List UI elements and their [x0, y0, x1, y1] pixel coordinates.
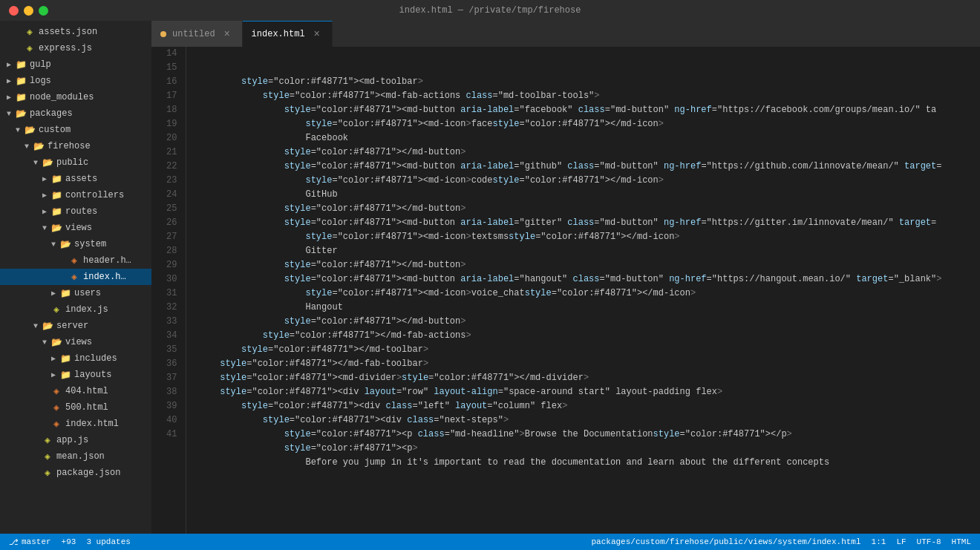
tree-arrow: ▼: [12, 126, 24, 134]
sidebar-item-index-html[interactable]: ◈index.h…: [0, 269, 151, 285]
sidebar-item-index-html2[interactable]: ◈index.html: [0, 416, 151, 432]
sidebar-item-label: firehose: [48, 141, 151, 151]
branch-name: master: [22, 537, 51, 546]
folder-closed-icon: 📁: [59, 353, 71, 364]
sidebar-item-label: mean.json: [56, 451, 151, 462]
folder-closed-icon: 📁: [50, 190, 62, 201]
sidebar-item-mean-json[interactable]: ◈mean.json: [0, 448, 151, 465]
folder-closed-icon: 📁: [50, 174, 62, 185]
sidebar-item-includes[interactable]: ▶📁includes: [0, 350, 151, 367]
code-line: style="color:#f48771"><div class="next-s…: [198, 413, 980, 428]
code-line: Before you jump in it's important to rea…: [198, 456, 980, 470]
sidebar-item-label: app.js: [56, 435, 151, 445]
code-line: style="color:#f48771"></md-button>: [198, 145, 980, 160]
tree-arrow: ▼: [30, 322, 42, 330]
sidebar-item-label: routes: [65, 206, 151, 217]
line-number: 31: [166, 287, 177, 301]
line-number: 15: [166, 61, 177, 75]
sidebar-item-users[interactable]: ▶📁users: [0, 285, 151, 301]
code-line: style="color:#f48771"><md-button aria-la…: [198, 272, 980, 287]
line-number: 20: [166, 131, 177, 145]
line-number: 25: [166, 202, 177, 216]
sidebar-item-label: system: [74, 239, 151, 249]
folder-open-icon: 📂: [15, 108, 27, 120]
code-line: style="color:#f48771"><md-button aria-la…: [198, 216, 980, 230]
sidebar-item-logs[interactable]: ▶📁logs: [0, 73, 151, 89]
line-number: 37: [166, 371, 177, 385]
sidebar-item-index-js[interactable]: ◈index.js: [0, 301, 151, 318]
sidebar-item-packages[interactable]: ▼📂packages: [0, 105, 151, 122]
folder-closed-icon: 📁: [15, 92, 27, 103]
folder-open-icon: 📂: [42, 157, 53, 168]
tab-modified-dot: [160, 31, 166, 37]
code-editor[interactable]: 1415161718192021222324252627282930313233…: [151, 47, 980, 534]
line-number: 21: [166, 145, 177, 160]
sidebar-item-label: gulp: [30, 59, 151, 70]
file-icon: ◈: [68, 255, 80, 266]
file-icon: ◈: [24, 26, 36, 38]
tab-untitled[interactable]: untitled×: [151, 21, 243, 47]
code-line: style="color:#f48771"><md-toolbar>: [198, 75, 980, 89]
editor-area: untitled×index.html× 1415161718192021222…: [151, 21, 980, 534]
sidebar-item-assets[interactable]: ▶📁assets: [0, 171, 151, 187]
sidebar-item-label: layouts: [74, 370, 151, 380]
code-line: style="color:#f48771"></md-button>: [198, 315, 980, 329]
line-number: 24: [166, 188, 177, 202]
tree-arrow: ▼: [21, 143, 33, 151]
code-line: style="color:#f48771"></md-button>: [198, 258, 980, 272]
sidebar-item-controllers[interactable]: ▶📁controllers: [0, 187, 151, 203]
git-branch[interactable]: ⎇ master: [9, 537, 51, 547]
sidebar: ◈assets.json◈express.js▶📁gulp▶📁logs▶📁nod…: [0, 21, 151, 534]
line-number: 34: [166, 329, 177, 343]
sidebar-item-node-modules[interactable]: ▶📁node_modules: [0, 89, 151, 105]
sidebar-item-public[interactable]: ▼📂public: [0, 154, 151, 171]
folder-closed-icon: 📁: [59, 288, 71, 299]
window-title: index.html — /private/tmp/firehose: [399, 5, 581, 16]
line-number: 28: [166, 244, 177, 258]
sidebar-item-label: public: [56, 157, 151, 168]
close-button[interactable]: [9, 6, 19, 16]
sidebar-item-500-html[interactable]: ◈500.html: [0, 399, 151, 416]
file-icon: ◈: [24, 42, 36, 54]
sidebar-item-server-views[interactable]: ▼📂views: [0, 334, 151, 350]
sidebar-item-system[interactable]: ▼📂system: [0, 236, 151, 252]
sidebar-item-404-html[interactable]: ◈404.html: [0, 383, 151, 399]
tab-close-button[interactable]: ×: [311, 28, 323, 40]
sidebar-item-gulp[interactable]: ▶📁gulp: [0, 56, 151, 73]
code-line: style="color:#f48771"><md-icon>voice_cha…: [198, 287, 980, 301]
maximize-button[interactable]: [39, 6, 48, 16]
file-icon: ◈: [50, 418, 62, 430]
tree-arrow: ▼: [39, 338, 50, 347]
line-numbers: 1415161718192021222324252627282930313233…: [151, 47, 186, 534]
sidebar-item-firehose[interactable]: ▼📂firehose: [0, 138, 151, 154]
line-number: 39: [166, 399, 177, 413]
code-line: style="color:#f48771"><md-button aria-la…: [198, 160, 980, 174]
folder-open-icon: 📂: [24, 125, 36, 136]
minimize-button[interactable]: [24, 6, 33, 16]
sidebar-item-app-js[interactable]: ◈app.js: [0, 432, 151, 448]
window-controls: [9, 6, 48, 16]
sidebar-item-layouts[interactable]: ▶📁layouts: [0, 367, 151, 383]
sidebar-item-label: packages: [30, 108, 151, 119]
tab-index.html[interactable]: index.html×: [243, 21, 333, 47]
sidebar-item-label: includes: [74, 353, 151, 364]
file-icon: ◈: [50, 304, 62, 315]
updates-status[interactable]: 3 updates: [86, 537, 130, 546]
status-bar: ⎇ master +93 3 updates packages/custom/f…: [0, 534, 980, 550]
code-line: style="color:#f48771"></md-fab-actions>: [198, 329, 980, 343]
sidebar-item-header-html[interactable]: ◈header.h…: [0, 252, 151, 269]
file-icon: ◈: [68, 271, 80, 283]
sidebar-item-custom[interactable]: ▼📂custom: [0, 122, 151, 138]
sidebar-item-routes[interactable]: ▶📁routes: [0, 203, 151, 220]
sidebar-item-views[interactable]: ▼📂views: [0, 220, 151, 236]
sidebar-item-assets-json[interactable]: ◈assets.json: [0, 24, 151, 40]
tab-close-button[interactable]: ×: [221, 28, 233, 40]
sidebar-item-package-json[interactable]: ◈package.json: [0, 465, 151, 481]
tree-arrow: ▶: [3, 93, 15, 102]
sync-status[interactable]: +93: [62, 537, 76, 546]
sidebar-item-express-js[interactable]: ◈express.js: [0, 40, 151, 56]
sidebar-item-server[interactable]: ▼📂server: [0, 318, 151, 334]
tree-arrow: ▼: [48, 240, 59, 249]
tabs-bar: untitled×index.html×: [151, 21, 980, 47]
line-number: 40: [166, 413, 177, 428]
